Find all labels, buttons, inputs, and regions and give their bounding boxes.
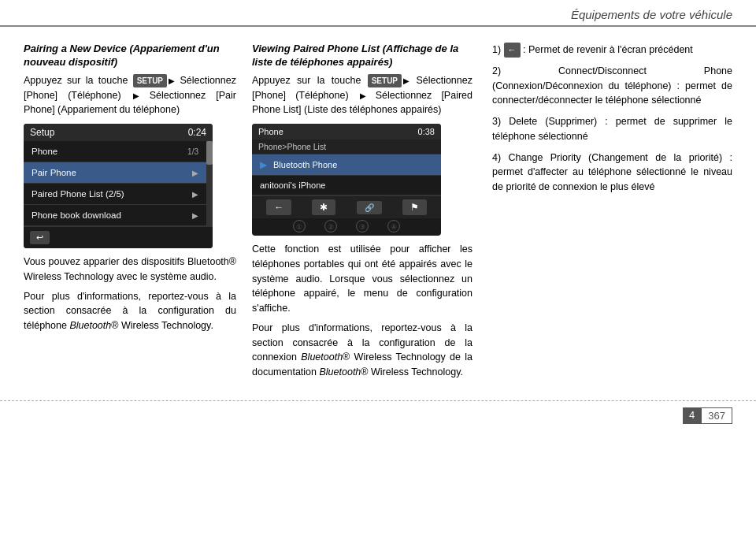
scrollbar-thumb-1 — [206, 141, 213, 165]
right-item-4-text: Change Priority (Changement de la priori… — [492, 152, 732, 193]
page-footer: 4 367 — [0, 400, 756, 430]
bottom-btn-priority[interactable]: ⚑ — [402, 199, 427, 215]
screen2-time: 0:38 — [418, 127, 435, 136]
left-para2: Pour plus d'informations, reportez-vous … — [24, 289, 236, 333]
col-left: Pairing a New Device (Appariement d'un n… — [24, 43, 244, 385]
screen1-time: 0:24 — [188, 127, 206, 138]
col-middle: Viewing Paired Phone List (Affichage de … — [252, 43, 480, 385]
menu-item-paired-list[interactable]: Paired Phone List (2/5) ▶ — [24, 184, 206, 205]
phone-screen-1: Setup 0:24 Phone 1/3 Pair Phone ▶ Paired… — [24, 124, 213, 248]
screen2-bottom-numbers: ① ② ③ ④ — [252, 218, 441, 236]
bottom-btn-star[interactable]: ✱ — [312, 199, 335, 215]
left-section-title: Pairing a New Device (Appariement d'un n… — [24, 43, 236, 69]
screen1-menu: Phone 1/3 Pair Phone ▶ Paired Phone List… — [24, 141, 206, 226]
right-item-1: 1) ← : Permet de revenir à l'écran précé… — [492, 43, 732, 58]
screen2-header: Phone 0:38 — [252, 124, 441, 139]
screen2-subheader: Phone>Phone List — [252, 139, 441, 154]
right-item-4: 4) Change Priority (Changement de la pri… — [492, 151, 732, 195]
circle-3: ③ — [356, 220, 369, 232]
page-section: 4 — [683, 407, 701, 424]
middle-section-title: Viewing Paired Phone List (Affichage de … — [252, 43, 472, 69]
page-num: 367 — [701, 407, 732, 424]
right-item-1-text: : Permet de revenir à l'écran précédent — [523, 44, 693, 55]
bluetooth-label: Bluetooth Phone — [273, 160, 337, 169]
right-item-3: 3) Delete (Supprimer) : permet de suppri… — [492, 114, 732, 144]
screen2-list: ▶ Bluetooth Phone anitooni's iPhone — [252, 154, 441, 195]
screen1-back-row: ↩ — [24, 226, 213, 248]
right-item-3-text: Delete (Supprimer) : permet de supprimer… — [492, 116, 732, 142]
list-item-bluetooth[interactable]: ▶ Bluetooth Phone — [252, 154, 441, 176]
screen1-title: Setup — [30, 127, 54, 138]
middle-para2: Pour plus d'informations, reportez-vous … — [252, 321, 472, 380]
screen1-back-btn[interactable]: ↩ — [30, 231, 50, 244]
screen2-bottom-bar: ← ✱ 🔗 ⚑ — [252, 195, 441, 218]
bluetooth-icon: ▶ — [260, 159, 267, 170]
col-right: 1) ← : Permet de revenir à l'écran précé… — [488, 43, 732, 385]
left-para1: Vous pouvez apparier des dispositifs Blu… — [24, 255, 236, 285]
screen2-title: Phone — [258, 127, 284, 136]
screen1-header: Setup 0:24 — [24, 124, 213, 141]
menu-item-phonebook[interactable]: Phone book download ▶ — [24, 205, 206, 226]
back-icon: ← — [504, 43, 521, 58]
menu-item-pair-phone[interactable]: Pair Phone ▶ — [24, 162, 206, 184]
circle-1: ① — [293, 220, 306, 232]
circle-2: ② — [324, 220, 337, 232]
left-instructions: Appuyez sur la touche SETUP▶ Sélectionne… — [24, 73, 236, 117]
bottom-btn-back[interactable]: ← — [266, 199, 291, 215]
middle-para1: Cette fonction est utilisée pour affiche… — [252, 242, 472, 316]
page-title: Équipements de votre véhicule — [571, 8, 732, 21]
page-number: 4 367 — [683, 407, 732, 424]
iphone-label: anitooni's iPhone — [260, 180, 325, 190]
list-item-iphone[interactable]: anitooni's iPhone — [252, 176, 441, 195]
page-header: Équipements de votre véhicule — [0, 0, 756, 27]
circle-4: ④ — [387, 220, 400, 232]
main-content: Pairing a New Device (Appariement d'un n… — [0, 27, 756, 392]
setup-badge-left: SETUP — [133, 74, 167, 87]
menu-item-phone[interactable]: Phone 1/3 — [24, 141, 206, 162]
bottom-btn-connect[interactable]: 🔗 — [357, 201, 382, 214]
setup-badge-middle: SETUP — [368, 74, 402, 87]
right-item-2: 2) Connect/Disconnect Phone (Connexion/D… — [492, 64, 732, 108]
screen1-body: Phone 1/3 Pair Phone ▶ Paired Phone List… — [24, 141, 213, 226]
scrollbar-track-1[interactable] — [206, 141, 213, 226]
phone-screen-2: Phone 0:38 Phone>Phone List ▶ Bluetooth … — [252, 124, 441, 236]
middle-instructions: Appuyez sur la touche SETUP▶ Sélectionne… — [252, 73, 472, 117]
